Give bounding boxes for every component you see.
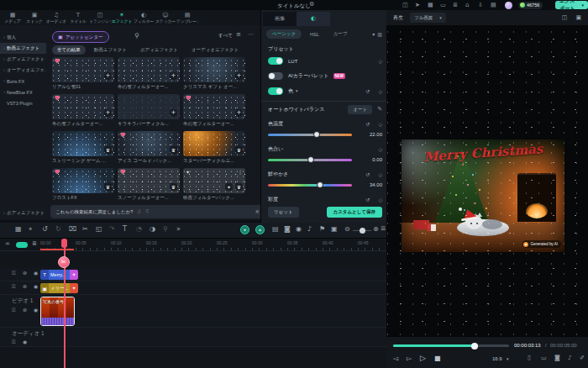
tile-menu-icon[interactable]: ⋮ (238, 170, 243, 175)
show-track-icon[interactable]: ◉ (34, 284, 38, 289)
effect-tile[interactable]: ♥+ 冬の雪フィルターオー... (52, 94, 114, 127)
speed-icon[interactable]: ◔ (136, 226, 142, 233)
camera-icon[interactable]: ◙ (284, 226, 291, 233)
next-frame-button[interactable]: ▻ (407, 355, 412, 362)
lock-track-icon[interactable]: ⚿ (12, 284, 16, 289)
effect-tile[interactable]: ♛ スターパーティクルエ... (183, 131, 245, 164)
device-icon[interactable]: ▭ (440, 3, 446, 8)
link-clips-icon[interactable]: ∞ (5, 241, 10, 247)
favorite-heart-icon[interactable]: ♥ (55, 170, 60, 176)
favorite-heart-icon[interactable]: ♥ (120, 170, 125, 176)
subtab-curve[interactable]: カーブ (328, 29, 354, 39)
download-icon[interactable]: ⇩ (478, 3, 483, 8)
ai-portrait-icon[interactable]: ✦ (240, 225, 249, 234)
home-icon[interactable]: ⌂ (465, 3, 469, 8)
keyframe-diamond-icon[interactable]: ◇ (378, 89, 382, 94)
previous-frame-button[interactable]: ◅ (393, 355, 398, 362)
chevron-down-icon[interactable]: ▾ (507, 357, 509, 361)
slider-handle[interactable] (307, 156, 314, 163)
temperature-slider[interactable] (268, 134, 352, 136)
favorite-heart-icon[interactable]: ♥ (55, 96, 60, 102)
hide-track-icon[interactable]: ⊘ (23, 284, 27, 289)
vibrance-value[interactable]: 34.00 (357, 182, 382, 187)
nav-effect[interactable]: ✶エフェクト (111, 13, 133, 24)
effect-tile[interactable]: ✦ ⋮ ✦ ♛ 映画フィルターバック... (183, 168, 245, 201)
effect-tile[interactable]: ♥♛ アイス コールド バック... (118, 131, 180, 164)
show-track-icon[interactable]: ◉ (34, 271, 38, 276)
crop-icon[interactable]: ◱ (96, 226, 102, 233)
video-clip-selected[interactable]: 写真の番号 (40, 297, 75, 326)
text-tool-icon[interactable]: T (123, 226, 127, 233)
nav-transition[interactable]: ◫トランジション (89, 13, 111, 24)
nav-sticker[interactable]: ☺ステッカー (155, 13, 176, 24)
compare-icon[interactable]: ▥ (377, 32, 382, 37)
lock-track-icon[interactable]: ⚿ (12, 308, 16, 313)
auto-ripple-toggle[interactable] (16, 242, 28, 248)
nav-media[interactable]: ▦メディア (2, 13, 24, 24)
add-effect-icon[interactable]: + (104, 109, 112, 117)
snapshot-camera-icon[interactable]: ◙ (554, 355, 560, 361)
media-bin-icon[interactable]: ▦ (15, 226, 22, 233)
sidebar-item-boris-fx[interactable]: ›Boris FX (0, 76, 46, 87)
reset-icon[interactable]: ↺ (365, 89, 370, 94)
effect-tile[interactable]: ♥♛ スノーフィルターオー... (118, 168, 180, 201)
lock-track-icon[interactable]: ⚿ (12, 339, 16, 344)
subtab-hsl[interactable]: HSL (304, 30, 325, 39)
progress-handle[interactable] (471, 343, 478, 350)
add-effect-icon[interactable]: + (235, 109, 243, 117)
keyframe-diamond-icon[interactable]: ◇ (378, 172, 382, 177)
monitor-icon[interactable]: ▭ (541, 355, 547, 361)
tab-audio-effects[interactable]: オーディオエフェクト (186, 45, 244, 55)
mask-icon[interactable]: ◑ (150, 226, 155, 233)
calendar-icon[interactable]: ▦ (428, 3, 433, 8)
select-tool-icon[interactable]: ⌖ (29, 226, 33, 233)
close-icon[interactable]: × (255, 209, 260, 215)
zoom-tool-icon[interactable]: ⚲ (163, 226, 168, 233)
apps-grid-icon[interactable]: ▤ (491, 3, 496, 8)
add-effect-icon[interactable]: + (235, 72, 243, 80)
redo-icon[interactable]: ↻ (55, 226, 61, 233)
subtab-basic[interactable]: ベーシック (266, 29, 302, 39)
favorite-heart-icon[interactable]: ♥ (186, 96, 191, 102)
zoom-out-icon[interactable]: ⊖ (344, 226, 350, 233)
eyedropper-icon[interactable]: ✎ (377, 107, 382, 113)
export-button[interactable]: エクスポート ▾ (555, 1, 588, 9)
thumb-up-icon[interactable]: ☝ (137, 209, 140, 215)
credits-badge[interactable]: 46756 (518, 2, 543, 9)
effect-tile[interactable]: + キラキラパーティクル... (118, 94, 180, 127)
sidebar-item-newblue-fx[interactable]: ›NewBlue FX (0, 87, 46, 97)
lock-track-icon[interactable]: ⚿ (12, 271, 16, 276)
project-settings-gear-icon[interactable]: ⚙ (309, 2, 314, 8)
reset-icon[interactable]: ↺ (365, 197, 370, 202)
effect-tile[interactable]: + 冬の雪フィルターオー... (118, 57, 180, 90)
hide-track-icon[interactable]: ⊘ (23, 308, 27, 313)
show-track-icon[interactable]: ◉ (23, 339, 27, 344)
zoom-in-icon[interactable]: ⊕ (373, 226, 379, 233)
sidebar-item-body-effects-2[interactable]: ›ボディエフェクト (0, 208, 50, 218)
record-icon[interactable]: ◉ (296, 226, 302, 233)
add-effect-icon[interactable]: + (170, 72, 177, 80)
fit-screen-icon[interactable]: ▣ (575, 15, 581, 21)
mini-player-icon[interactable]: ◫ (562, 15, 568, 21)
mic-icon[interactable]: ♪ (307, 226, 312, 233)
sidebar-item-audio-effects[interactable]: ›オーディオエフェ... (0, 65, 46, 76)
avatar[interactable] (505, 2, 512, 9)
marker-flag-icon[interactable]: ⚑ (319, 226, 325, 233)
add-effect-icon[interactable]: + (170, 109, 177, 117)
color-toggle[interactable] (268, 87, 283, 95)
tab-color[interactable]: ◐ (297, 12, 330, 26)
effect-tile[interactable]: ♛ ストリーミング ゲーム ... (52, 131, 114, 164)
sidebar-item-vst3[interactable]: ›VST3 Plugin (0, 97, 46, 108)
tab-image[interactable]: 画像 (263, 12, 297, 26)
text-clip-merry[interactable]: T Merry... ✦ (40, 270, 78, 280)
nav-title[interactable]: Tタイトル (67, 13, 89, 24)
effect-tile[interactable]: ♥+ 冬の雪フィルターオー... (183, 94, 245, 127)
reset-icon[interactable]: ↺ (365, 172, 370, 177)
sidebar-item-video-effects[interactable]: ›動画エフェクト (0, 43, 46, 54)
playback-quality-dropdown[interactable]: フル画質 ▾ (410, 13, 446, 23)
split-scissors-icon[interactable]: ✂ (82, 226, 88, 233)
aspect-ratio-label[interactable]: 16:9 (492, 356, 502, 361)
reset-button[interactable]: リセット (268, 207, 299, 218)
playhead-handle[interactable] (61, 239, 67, 248)
tint-slider[interactable] (268, 159, 352, 161)
